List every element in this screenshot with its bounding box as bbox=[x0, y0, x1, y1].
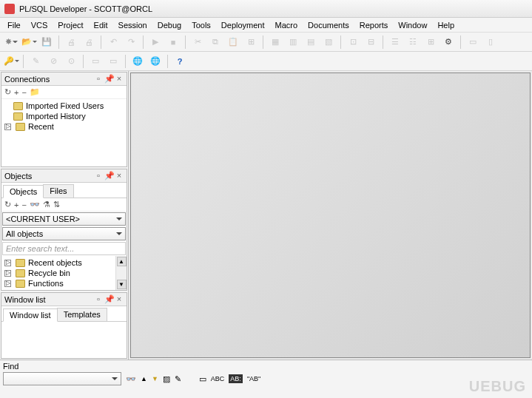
paste-button[interactable]: 📋 bbox=[225, 34, 241, 50]
print2-button[interactable]: 🖨 bbox=[81, 34, 97, 50]
close-icon[interactable]: × bbox=[115, 294, 124, 304]
tb2-g[interactable]: 🌐 bbox=[129, 53, 146, 70]
expand-icon[interactable]: ▷ bbox=[4, 124, 11, 130]
find-input[interactable] bbox=[3, 372, 121, 385]
find-up-icon[interactable]: ▲ bbox=[141, 375, 147, 382]
user-combo[interactable]: <CURRENT USER> bbox=[2, 212, 126, 226]
plus-icon[interactable]: + bbox=[14, 200, 18, 209]
print-button[interactable]: 🖨 bbox=[63, 34, 79, 50]
sort-icon[interactable]: ⇅ bbox=[53, 200, 60, 209]
find-next-icon[interactable]: 👓 bbox=[126, 374, 136, 384]
tb2-d[interactable]: ⊙ bbox=[63, 53, 79, 70]
tb-btn-g[interactable]: ⊟ bbox=[363, 34, 379, 50]
expand-icon[interactable]: ▷ bbox=[4, 280, 11, 287]
tb-btn-h[interactable]: ☰ bbox=[387, 34, 403, 50]
scroll-up-icon[interactable]: ▲ bbox=[117, 257, 127, 266]
close-icon[interactable]: × bbox=[115, 74, 124, 84]
minus-icon[interactable]: − bbox=[21, 88, 26, 97]
tb-btn-m[interactable]: ▯ bbox=[482, 34, 499, 50]
filter-icon[interactable]: ⚗ bbox=[43, 200, 50, 209]
tb-btn-a[interactable]: ⊞ bbox=[243, 34, 259, 50]
objects-tree[interactable]: ▷Recent objects ▷Recycle bin ▷Functions … bbox=[1, 256, 127, 290]
filter-combo[interactable]: All objects bbox=[2, 227, 126, 240]
binoculars-icon[interactable]: 👓 bbox=[30, 200, 40, 209]
menu-window[interactable]: Window bbox=[394, 19, 431, 31]
find-word-icon[interactable]: ▭ bbox=[199, 374, 206, 384]
menu-help[interactable]: Help bbox=[433, 19, 459, 31]
menu-edit[interactable]: Edit bbox=[90, 19, 112, 31]
pin-icon[interactable]: 📌 bbox=[104, 171, 113, 181]
tb-btn-k[interactable]: ⚙ bbox=[440, 34, 457, 50]
tb2-e[interactable]: ▭ bbox=[87, 53, 104, 70]
menu-reports[interactable]: Reports bbox=[355, 19, 393, 31]
tb-btn-e[interactable]: ▧ bbox=[320, 34, 337, 50]
tab-windowlist[interactable]: Window list bbox=[3, 308, 58, 322]
tb-btn-b[interactable]: ▦ bbox=[267, 34, 283, 50]
connections-tree[interactable]: Imported Fixed Users Imported History ▷R… bbox=[1, 99, 127, 166]
tb-btn-d[interactable]: ▤ bbox=[303, 34, 319, 50]
tb-btn-f[interactable]: ⊡ bbox=[345, 34, 361, 50]
cut-button[interactable]: ✂ bbox=[189, 34, 206, 50]
search-input[interactable]: Enter search text... bbox=[2, 242, 126, 255]
exec-button[interactable]: ▶ bbox=[147, 34, 164, 50]
tb2-b[interactable]: ✎ bbox=[27, 53, 44, 70]
menu-macro[interactable]: Macro bbox=[271, 19, 303, 31]
undo-button[interactable]: ↶ bbox=[105, 34, 121, 50]
tab-files[interactable]: Files bbox=[43, 184, 73, 198]
save-icon: 💾 bbox=[41, 37, 52, 47]
menu-file[interactable]: File bbox=[3, 19, 25, 31]
folder-icon bbox=[16, 269, 25, 277]
find-regex-icon[interactable]: AB: bbox=[229, 374, 243, 383]
menu-deployment[interactable]: Deployment bbox=[217, 19, 269, 31]
stop-icon: ■ bbox=[171, 38, 176, 47]
find-label: Find bbox=[3, 362, 529, 371]
tab-objects[interactable]: Objects bbox=[3, 185, 44, 198]
panel-menu-icon[interactable]: ▫ bbox=[94, 74, 103, 84]
tb2-a[interactable]: 🔑 bbox=[3, 53, 19, 70]
refresh-icon[interactable]: ↻ bbox=[4, 87, 11, 97]
open-button[interactable]: 📂 bbox=[21, 34, 37, 50]
tb-btn-c[interactable]: ▥ bbox=[285, 34, 301, 50]
content-area bbox=[130, 72, 531, 358]
menu-documents[interactable]: Documents bbox=[303, 19, 354, 31]
find-highlight-icon[interactable]: ▨ bbox=[163, 374, 170, 384]
minus-icon[interactable]: − bbox=[21, 200, 26, 209]
pin-icon[interactable]: 📌 bbox=[104, 74, 113, 84]
folder-icon[interactable]: 📁 bbox=[30, 87, 40, 97]
tb2-f[interactable]: ▭ bbox=[105, 53, 121, 70]
tb2-h[interactable]: 🌐 bbox=[147, 53, 164, 70]
windowlist-body[interactable] bbox=[1, 322, 127, 358]
find-down-icon[interactable]: ▼ bbox=[152, 375, 158, 382]
pin-icon[interactable]: 📌 bbox=[104, 294, 113, 304]
objects-tools: ↻ + − 👓 ⚗ ⇅ bbox=[1, 198, 127, 212]
new-button[interactable]: ✸ bbox=[3, 34, 19, 50]
menu-debug[interactable]: Debug bbox=[153, 19, 186, 31]
save-button[interactable]: 💾 bbox=[38, 34, 55, 50]
find-options-icon[interactable]: ✎ bbox=[175, 374, 181, 384]
redo-button[interactable]: ↷ bbox=[123, 34, 139, 50]
tb-btn-i[interactable]: ☷ bbox=[405, 34, 421, 50]
menu-session[interactable]: Session bbox=[114, 19, 152, 31]
tb-btn-l[interactable]: ▭ bbox=[465, 34, 481, 50]
help-button[interactable]: ? bbox=[172, 53, 188, 70]
plus-icon[interactable]: + bbox=[14, 88, 18, 97]
panel-menu-icon[interactable]: ▫ bbox=[94, 294, 103, 304]
expand-icon[interactable]: ▷ bbox=[4, 260, 11, 266]
find-case-icon[interactable]: ABC bbox=[211, 375, 225, 382]
menu-tools[interactable]: Tools bbox=[187, 19, 215, 31]
panel-menu-icon[interactable]: ▫ bbox=[94, 171, 103, 181]
menu-project[interactable]: Project bbox=[53, 19, 87, 31]
tb-btn-j[interactable]: ⊞ bbox=[422, 34, 439, 50]
scroll-down-icon[interactable]: ▼ bbox=[117, 280, 127, 289]
refresh-icon[interactable]: ↻ bbox=[4, 200, 11, 209]
find-whole-icon[interactable]: "AB" bbox=[247, 375, 260, 382]
copy-button[interactable]: ⧉ bbox=[207, 34, 223, 50]
stop-button[interactable]: ■ bbox=[165, 34, 181, 50]
close-icon[interactable]: × bbox=[115, 171, 124, 181]
tb2-c[interactable]: ⊘ bbox=[45, 53, 61, 70]
menu-vcs[interactable]: VCS bbox=[27, 19, 53, 31]
expand-icon[interactable]: ▷ bbox=[4, 270, 11, 277]
tab-templates[interactable]: Templates bbox=[57, 308, 107, 321]
main-area: Connections ▫ 📌 × ↻ + − 📁 Imported Fixed… bbox=[0, 71, 532, 360]
scrollbar[interactable]: ▲ ▼ bbox=[115, 256, 127, 290]
